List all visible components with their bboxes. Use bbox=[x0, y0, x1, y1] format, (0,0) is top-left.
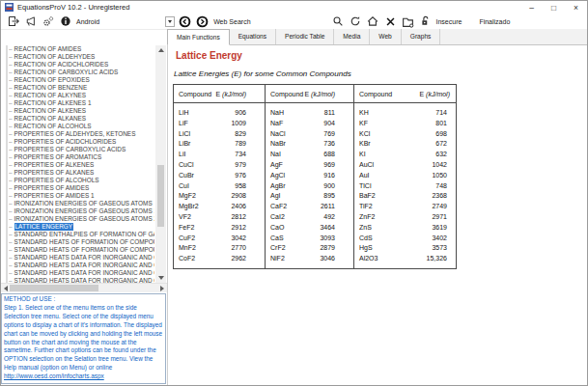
energy-cell: 748 bbox=[435, 181, 456, 192]
tree-dash-icon: – bbox=[9, 115, 13, 123]
info-icon[interactable] bbox=[59, 15, 71, 28]
tab-graphs[interactable]: Graphs bbox=[402, 29, 441, 44]
compound-cell: CrF2 bbox=[266, 243, 320, 254]
help-link[interactable]: http://www.oesd.com/infocharts.aspx bbox=[4, 372, 104, 379]
gears-icon[interactable] bbox=[42, 15, 54, 28]
energy-cell: 2406 bbox=[231, 202, 265, 212]
compound-cell: ZnF2 bbox=[354, 212, 432, 223]
sidebar-item-ironization-energies-of-gaseous-atoms-1[interactable]: –IRONIZATION ENERGIES OF GASEOUS ATOMS 1 bbox=[9, 207, 154, 215]
sidebar-item-properties-of-alcohols[interactable]: –PROPERTIES OF ALCOHOLS bbox=[9, 177, 154, 184]
nav-forward-icon[interactable] bbox=[196, 15, 209, 28]
tree-dash-icon: – bbox=[9, 107, 13, 115]
exit-icon[interactable] bbox=[7, 15, 19, 28]
table-row: AgI895 bbox=[266, 191, 353, 202]
table-row: ZnF22971 bbox=[354, 212, 456, 223]
sidebar-item-label: IRONIZATION ENERGIES OF GASEOUS ATOMS bbox=[14, 200, 153, 207]
sidebar-item-standard-heats-of-formation-of-compounds-1[interactable]: –STANDARD HEATS OF FORMATION OF COMPOUND… bbox=[9, 238, 154, 246]
unlock-icon[interactable] bbox=[419, 15, 432, 28]
compound-cell: AgCl bbox=[266, 171, 323, 181]
sidebar-item-properties-of-amides-1[interactable]: –PROPERTIES OF AMIDES 1 bbox=[9, 192, 154, 200]
vertical-scroll-thumb[interactable] bbox=[157, 165, 164, 227]
sidebar: –REACTION OF AMIDES–REACTION OF ALDEHYDE… bbox=[1, 45, 167, 385]
sidebar-item-reaction-of-acidchlorides[interactable]: –REACTION OF ACIDCHLORIDES bbox=[9, 61, 154, 69]
minimize-button[interactable]: – bbox=[520, 2, 543, 14]
sidebar-item-standard-heats-data-for-inorganic-and-organi-29[interactable]: –STANDARD HEATS DATA FOR INORGANIC AND O… bbox=[9, 269, 154, 277]
sidebar-item-properties-of-amides[interactable]: –PROPERTIES OF AMIDES bbox=[9, 184, 154, 192]
table-row: MgF22908 bbox=[174, 191, 265, 202]
sidebar-item-reaction-of-carboxylic-acids[interactable]: –REACTION OF CARBOXYLIC ACIDS bbox=[9, 69, 154, 76]
close-window-button[interactable]: × bbox=[565, 2, 587, 14]
sidebar-item-reaction-of-alcohols[interactable]: –REACTION OF ALCOHOLS bbox=[9, 123, 154, 130]
sidebar-item-properties-of-carboxylic-acids[interactable]: –PROPERTIES OF CARBOXYLIC ACIDS bbox=[9, 146, 154, 153]
sidebar-item-reaction-of-aldehydes[interactable]: –REACTION OF ALDEHYDES bbox=[9, 53, 154, 61]
stop-icon[interactable] bbox=[384, 15, 397, 28]
maximize-button[interactable]: □ bbox=[543, 2, 565, 14]
sidebar-item-reaction-of-amides[interactable]: –REACTION OF AMIDES bbox=[9, 45, 154, 53]
nav-back-icon[interactable] bbox=[179, 15, 191, 28]
sidebar-item-reaction-of-alkanes[interactable]: –REACTION OF ALKANES bbox=[9, 115, 154, 123]
sidebar-vertical-scrollbar[interactable] bbox=[155, 45, 166, 283]
tree-dash-icon: – bbox=[9, 238, 13, 246]
energy-cell: 916 bbox=[323, 171, 353, 181]
energy-cell: 801 bbox=[435, 119, 456, 129]
sidebar-item-label: REACTION OF ALDEHYDES bbox=[14, 53, 96, 61]
sidebar-item-standard-enthalpies-of-formation-of-gaseous[interactable]: –STANDARD ENTHALPIES OF FORMATION OF GAS… bbox=[9, 231, 154, 238]
tab-media[interactable]: Media bbox=[334, 29, 370, 44]
sidebar-item-ironization-energies-of-gaseous-atoms-2[interactable]: –IRONIZATION ENERGIES OF GASEOUS ATOMS 2 bbox=[9, 215, 154, 223]
tab-main-functions[interactable]: Main Functions bbox=[167, 29, 230, 45]
search-icon[interactable] bbox=[332, 15, 345, 28]
sidebar-item-lattice-engergy[interactable]: –LATTICE ENGERGY bbox=[9, 223, 154, 231]
compound-cell: MgF2 bbox=[174, 191, 231, 202]
app-icon bbox=[5, 3, 14, 12]
sidebar-item-reaction-of-alkenes[interactable]: –REACTION OF ALKENES bbox=[9, 107, 154, 115]
refresh-icon[interactable] bbox=[350, 15, 362, 28]
energy-cell: 632 bbox=[435, 150, 456, 160]
sidebar-item-reaction-of-epoxides[interactable]: –REACTION OF EPOXIDES bbox=[9, 76, 154, 84]
sidebar-item-reaction-of-alkynes[interactable]: –REACTION OF ALKYNES bbox=[9, 92, 154, 99]
tab-periodic-table[interactable]: Periodic Table bbox=[276, 29, 334, 44]
sidebar-item-properties-of-aromatics[interactable]: –PROPERTIES OF AROMATICS bbox=[9, 153, 154, 161]
tab-bar: Main FunctionsEquationsPeriodic TableMed… bbox=[167, 29, 587, 45]
energy-cell: 2368 bbox=[432, 191, 456, 202]
tree-dash-icon: – bbox=[9, 99, 13, 107]
folder-icon[interactable] bbox=[402, 15, 414, 28]
table-row: CuF23042 bbox=[174, 234, 265, 244]
tab-web[interactable]: Web bbox=[370, 29, 401, 44]
sidebar-item-reaction-of-alkenes-1[interactable]: –REACTION OF ALKENES 1 bbox=[9, 99, 154, 107]
sidebar-item-ironization-energies-of-gaseous-atoms[interactable]: –IRONIZATION ENERGIES OF GASEOUS ATOMS bbox=[9, 200, 154, 207]
table-column-group: CompoundE (kJ/mol)LiH906LiF1009LiCl829Li… bbox=[174, 85, 266, 268]
tree-dash-icon: – bbox=[9, 215, 13, 223]
sidebar-item-standard-heats-data-for-inorganic-and-organi-28[interactable]: –STANDARD HEATS DATA FOR INORGANIC AND O… bbox=[9, 262, 154, 269]
sidebar-item-properties-of-acidchlorides[interactable]: –PROPERTIES OF ACIDCHLORIDES bbox=[9, 138, 154, 146]
scroll-down-arrow-icon[interactable] bbox=[155, 273, 166, 283]
megaphone-icon[interactable] bbox=[24, 15, 37, 28]
scroll-up-arrow-icon[interactable] bbox=[155, 45, 166, 55]
home-icon[interactable] bbox=[367, 15, 379, 28]
sidebar-item-properties-of-alkanes[interactable]: –PROPERTIES OF ALKANES bbox=[9, 169, 154, 177]
compound-cell: NiF2 bbox=[266, 254, 320, 264]
sidebar-item-standard-heats-data-for-inorganic-and-organi-27[interactable]: –STANDARD HEATS DATA FOR INORGANIC AND O… bbox=[9, 254, 154, 262]
sidebar-item-label: PROPERTIES OF CARBOXYLIC ACIDS bbox=[14, 146, 126, 153]
compound-cell: AuCl bbox=[354, 160, 432, 171]
page-title: Lattice Energy bbox=[176, 50, 242, 61]
energy-cell: 2908 bbox=[231, 191, 265, 202]
sidebar-item-properties-of-aldehydes-ketones[interactable]: –PROPERTIES OF ALDEHYDES, KETONES bbox=[9, 130, 154, 138]
energy-cell: 15,326 bbox=[427, 254, 456, 264]
tree-dash-icon: – bbox=[9, 153, 13, 161]
sidebar-item-label: STANDARD HEATS DATA FOR INORGANIC AND OR… bbox=[14, 262, 154, 269]
compound-cell: HgS bbox=[354, 243, 432, 254]
sidebar-item-standard-heats-of-formation-of-compounds-2[interactable]: –STANDARD HEATS OF FORMATION OF COMPOUND… bbox=[9, 246, 154, 254]
energy-cell: 714 bbox=[435, 108, 456, 119]
tab-equations[interactable]: Equations bbox=[230, 29, 276, 44]
energy-cell: 811 bbox=[324, 108, 353, 119]
sidebar-horizontal-scrollbar[interactable] bbox=[1, 283, 167, 292]
sidebar-item-reaction-of-benzene[interactable]: –REACTION OF BENZENE bbox=[9, 84, 154, 92]
energy-cell: 2879 bbox=[320, 243, 353, 254]
scroll-right-arrow-icon[interactable] bbox=[157, 284, 167, 292]
sidebar-item-properties-of-alkenes[interactable]: –PROPERTIES OF ALKENES bbox=[9, 161, 154, 169]
compound-header: Compound bbox=[354, 91, 419, 97]
horizontal-scroll-thumb[interactable] bbox=[10, 285, 98, 291]
dropdown-selector[interactable] bbox=[165, 16, 175, 27]
energy-cell: 688 bbox=[323, 150, 353, 160]
compound-cell: KF bbox=[354, 119, 435, 129]
